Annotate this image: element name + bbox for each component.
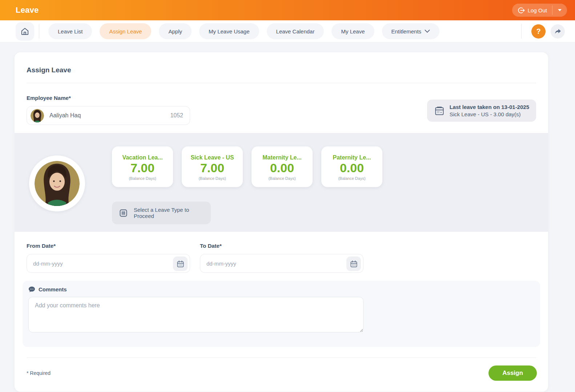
home-button[interactable]: [16, 22, 34, 41]
share-button[interactable]: [551, 24, 565, 39]
balance-cards: Vacation Lea... 7.00 (Balance Days) Sick…: [112, 146, 382, 187]
balance-unit: (Balance Days): [198, 176, 226, 181]
employee-name: Aaliyah Haq: [49, 112, 165, 119]
balance-value: 7.00: [200, 161, 224, 175]
balance-unit: (Balance Days): [129, 176, 156, 181]
tab-label: Apply: [168, 28, 182, 35]
employee-avatar: [31, 109, 44, 122]
balance-type: Sick Leave - US: [190, 154, 234, 161]
logout-button[interactable]: Log Out: [512, 4, 552, 17]
select-leave-type-text: Select a Leave Type to Proceed: [134, 207, 204, 219]
comments-textarea[interactable]: [28, 297, 363, 332]
last-leave-info: Last leave taken on 13-01-2025 Sick Leav…: [427, 100, 536, 122]
balance-unit: (Balance Days): [338, 176, 365, 181]
employee-name-label: Employee Name*: [27, 95, 190, 101]
to-date-input[interactable]: [200, 260, 363, 267]
tab-label: My Leave: [341, 28, 365, 35]
balance-type: Vacation Lea...: [122, 154, 162, 161]
tab-apply[interactable]: Apply: [159, 23, 192, 39]
module-navbar: Leave List Assign Leave Apply My Leave U…: [0, 20, 575, 43]
divider: [39, 24, 39, 39]
select-leave-type-hint: Select a Leave Type to Proceed: [112, 202, 211, 224]
balance-unit: (Balance Days): [268, 176, 295, 181]
share-forward-icon: [554, 28, 562, 35]
logout-label: Log Out: [528, 7, 547, 13]
leave-balance-section: Vacation Lea... 7.00 (Balance Days) Sick…: [15, 133, 548, 232]
tab-label: Leave Calendar: [276, 28, 315, 35]
tab-my-leave-usage[interactable]: My Leave Usage: [199, 23, 259, 39]
balance-card-maternity[interactable]: Maternity Le... 0.00 (Balance Days): [252, 146, 313, 187]
balance-value: 7.00: [130, 161, 154, 175]
employee-photo: [29, 155, 85, 211]
tab-my-leave[interactable]: My Leave: [331, 23, 374, 39]
employee-select[interactable]: Aaliyah Haq 1052: [27, 106, 190, 125]
logout-dropdown-button[interactable]: [552, 4, 567, 17]
divider: [27, 357, 536, 358]
nav-actions: ?: [516, 24, 565, 39]
tab-label: My Leave Usage: [209, 28, 250, 35]
calendar-icon: [176, 260, 185, 268]
comment-bubble-icon: [28, 286, 35, 292]
balance-card-paternity[interactable]: Paternity Le... 0.00 (Balance Days): [321, 146, 382, 187]
balance-value: 0.00: [270, 161, 294, 175]
home-icon: [21, 27, 29, 36]
tab-entitlements[interactable]: Entitlements: [382, 23, 440, 39]
balance-type: Maternity Le...: [262, 154, 302, 161]
assign-button[interactable]: Assign: [488, 365, 537, 381]
from-date-calendar-button[interactable]: [173, 256, 188, 271]
tab-leave-list[interactable]: Leave List: [48, 23, 92, 39]
last-leave-detail: Sick Leave - US - 3.00 day(s): [450, 111, 529, 117]
from-date-input[interactable]: [27, 260, 190, 267]
module-title: Leave: [16, 5, 39, 15]
tab-label: Leave List: [58, 28, 83, 35]
required-note: * Required: [27, 370, 51, 376]
balance-card-vacation[interactable]: Vacation Lea... 7.00 (Balance Days): [112, 146, 173, 187]
to-date-label: To Date*: [200, 243, 363, 249]
divider: [521, 24, 522, 39]
tab-assign-leave[interactable]: Assign Leave: [100, 23, 151, 39]
calendar-icon: [434, 105, 445, 116]
top-bar: Leave Log Out: [0, 0, 575, 20]
leave-type-list-icon: [118, 208, 128, 218]
tab-leave-calendar[interactable]: Leave Calendar: [267, 23, 324, 39]
balance-card-sick[interactable]: Sick Leave - US 7.00 (Balance Days): [182, 146, 243, 187]
logout-group: Log Out: [512, 4, 567, 17]
divider: [27, 83, 536, 83]
comments-label: Comments: [39, 286, 67, 292]
to-date-calendar-button[interactable]: [346, 256, 361, 271]
help-button[interactable]: ?: [531, 24, 546, 39]
nav-tabs: Leave List Assign Leave Apply My Leave U…: [48, 23, 439, 39]
tab-label: Assign Leave: [109, 28, 142, 35]
calendar-icon: [350, 260, 358, 268]
chevron-down-icon: [425, 29, 430, 33]
help-label: ?: [536, 27, 540, 36]
from-date-label: From Date*: [27, 243, 190, 249]
assign-leave-card: Assign Leave Employee Name*: [15, 52, 548, 392]
page-title: Assign Leave: [27, 52, 536, 83]
balance-value: 0.00: [340, 161, 364, 175]
employee-id: 1052: [170, 112, 183, 119]
balance-type: Paternity Le...: [333, 154, 371, 161]
last-leave-date: Last leave taken on 13-01-2025: [450, 104, 529, 110]
chevron-down-icon: [558, 9, 562, 11]
logout-icon: [518, 7, 525, 14]
comments-section: Comments: [23, 281, 540, 347]
tab-label: Entitlements: [391, 28, 422, 35]
